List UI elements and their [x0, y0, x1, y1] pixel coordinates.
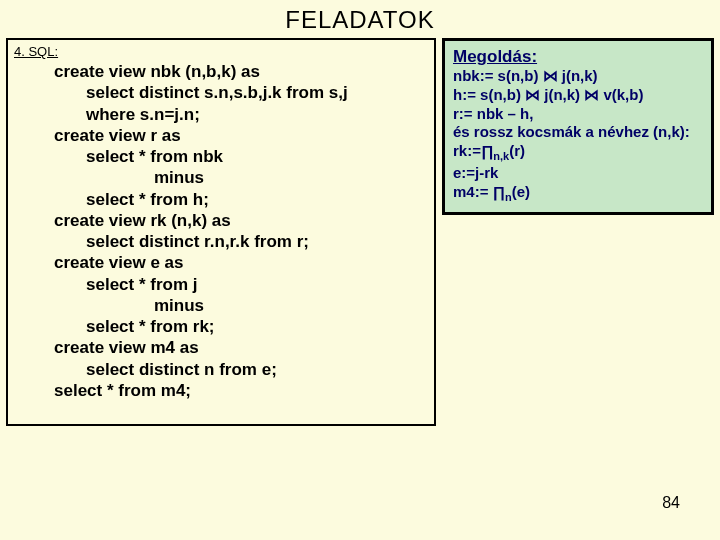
solution-line-h: h:= s(n,b) ⋈ j(n,k) ⋈ v(k,b) [453, 86, 703, 105]
page-number: 84 [662, 494, 680, 512]
solution-line-rossz: és rossz kocsmák a névhez (n,k): [453, 123, 703, 142]
sql-line: select * from h; [14, 189, 428, 210]
content-columns: 4. SQL: create view nbk (n,b,k) as selec… [0, 38, 720, 426]
sql-line: select distinct n from e; [14, 359, 428, 380]
text: (e) [512, 183, 530, 200]
solution-line-m4: m4:= ∏n(e) [453, 183, 703, 205]
sql-line: create view e as [14, 252, 428, 273]
join-symbol: ⋈ [543, 67, 558, 84]
sql-line: select distinct s.n,s.b,j.k from s,j [14, 82, 428, 103]
sql-panel: 4. SQL: create view nbk (n,b,k) as selec… [6, 38, 436, 426]
join-symbol: ⋈ [584, 86, 599, 103]
text: h:= s(n,b) [453, 86, 525, 103]
text: nbk:= s(n,b) [453, 67, 543, 84]
text: rk:=∏ [453, 142, 493, 159]
subscript: n,k [493, 150, 509, 162]
sql-label: 4. SQL: [14, 44, 428, 59]
sql-line: select * from nbk [14, 146, 428, 167]
text: m4:= ∏ [453, 183, 505, 200]
sql-line: select * from m4; [14, 380, 428, 401]
sql-line: create view m4 as [14, 337, 428, 358]
sql-code: create view nbk (n,b,k) as select distin… [14, 61, 428, 401]
sql-line: select * from j [14, 274, 428, 295]
sql-line: create view nbk (n,b,k) as [14, 61, 428, 82]
text: v(k,b) [599, 86, 643, 103]
solution-panel: Megoldás: nbk:= s(n,b) ⋈ j(n,k) h:= s(n,… [442, 38, 714, 215]
sql-line: create view rk (n,k) as [14, 210, 428, 231]
sql-line: select distinct r.n,r.k from r; [14, 231, 428, 252]
sql-line: create view r as [14, 125, 428, 146]
slide-title: FELADATOK [0, 0, 720, 38]
solution-line-rk: rk:=∏n,k(r) [453, 142, 703, 164]
join-symbol: ⋈ [525, 86, 540, 103]
solution-line-nbk: nbk:= s(n,b) ⋈ j(n,k) [453, 67, 703, 86]
solution-line-e: e:=j-rk [453, 164, 703, 183]
solution-line-r: r:= nbk – h, [453, 105, 703, 124]
subscript: n [505, 191, 512, 203]
sql-line: where s.n=j.n; [14, 104, 428, 125]
sql-line: minus [14, 295, 428, 316]
solution-title: Megoldás: [453, 47, 703, 67]
sql-line: minus [14, 167, 428, 188]
sql-line: select * from rk; [14, 316, 428, 337]
text: (r) [509, 142, 525, 159]
text: j(n,k) [540, 86, 584, 103]
text: j(n,k) [558, 67, 598, 84]
